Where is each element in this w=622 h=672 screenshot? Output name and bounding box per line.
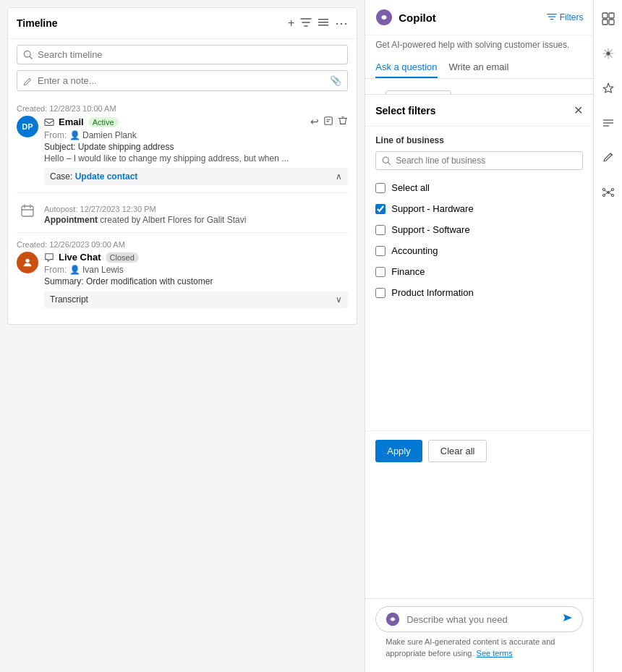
livechat-content: Live Chat Closed From: 👤 Ivan Lewis Summ… xyxy=(44,252,348,308)
case-bar[interactable]: Case: Update contact ∧ xyxy=(44,168,348,185)
email-actions: ↩ xyxy=(310,116,348,128)
filter-icon[interactable] xyxy=(300,17,312,30)
filter-option-support-hardware[interactable]: Support - Hardware xyxy=(365,198,593,219)
send-icon xyxy=(562,612,574,624)
svg-rect-21 xyxy=(609,13,614,18)
delete-icon[interactable] xyxy=(338,116,348,128)
timeline-item-livechat: Created: 12/26/2023 09:00 AM Live Chat C… xyxy=(17,233,348,315)
svg-line-34 xyxy=(610,190,612,192)
svg-rect-22 xyxy=(602,20,608,25)
filter-search-bar[interactable] xyxy=(375,151,583,170)
note-input[interactable] xyxy=(38,75,325,86)
transcript-label: Transcript xyxy=(50,294,88,305)
chevron-up-icon: ∧ xyxy=(336,171,342,182)
checkbox-support-hardware[interactable] xyxy=(375,204,385,214)
more-icon[interactable]: ⋯ xyxy=(335,15,348,31)
filters-button[interactable]: Filters xyxy=(547,12,584,22)
timeline-items: Created: 12/28/23 10:00 AM DP Email Acti… xyxy=(8,97,357,324)
svg-rect-2 xyxy=(318,25,328,26)
apply-button[interactable]: Apply xyxy=(375,440,422,462)
email-subject: Subject: Update shipping address xyxy=(44,142,348,152)
note-bar[interactable]: 📎 xyxy=(17,70,348,91)
svg-rect-23 xyxy=(609,20,614,25)
svg-point-16 xyxy=(382,15,386,20)
filter-close-button[interactable]: ✕ xyxy=(574,103,583,117)
search-timeline-input[interactable] xyxy=(38,49,341,60)
sidebar-icon-grid[interactable] xyxy=(597,7,620,30)
sidebar-icon-pen[interactable] xyxy=(597,146,620,169)
email-label: Email xyxy=(59,116,84,127)
chat-icon xyxy=(44,252,54,263)
svg-rect-1 xyxy=(318,22,328,23)
timeline-panel: Timeline + ⋯ 📎 xyxy=(0,0,365,672)
filter-option-label-select-all: Select all xyxy=(391,182,430,193)
timeline-header: Timeline + ⋯ xyxy=(8,8,357,39)
filter-option-select-all[interactable]: Select all xyxy=(365,177,593,198)
add-icon[interactable]: + xyxy=(288,17,294,30)
sidebar-icon-sparkle[interactable] xyxy=(597,42,620,65)
svg-rect-6 xyxy=(325,117,333,125)
send-button[interactable] xyxy=(562,612,574,626)
sidebar-icon-star[interactable] xyxy=(597,77,620,100)
reply-icon[interactable]: ↩ xyxy=(310,116,319,128)
tab-write-email[interactable]: Write an email xyxy=(449,57,509,78)
filter-options: Select all Support - Hardware Support - … xyxy=(365,177,593,303)
checkbox-finance[interactable] xyxy=(375,267,385,277)
svg-point-14 xyxy=(25,259,29,263)
email-badge: Active xyxy=(88,117,119,127)
note-action-icon[interactable] xyxy=(323,116,333,128)
timeline-item-email: Created: 12/28/23 10:00 AM DP Email Acti… xyxy=(17,97,348,193)
avatar-dp: DP xyxy=(17,116,38,137)
copilot-panel: Copilot Filters Get AI-powered help with… xyxy=(365,0,593,672)
filter-option-support-software[interactable]: Support - Software xyxy=(365,219,593,240)
see-terms-link[interactable]: See terms xyxy=(477,649,513,658)
filter-option-label-support-software: Support - Software xyxy=(391,224,469,235)
filter-option-product-info[interactable]: Product Information xyxy=(365,282,593,303)
livechat-meta: Created: 12/26/2023 09:00 AM xyxy=(17,240,348,249)
svg-rect-10 xyxy=(22,206,33,216)
livechat-title-row: Live Chat Closed xyxy=(44,252,348,263)
email-row: DP Email Active ↩ xyxy=(17,116,348,185)
copilot-subtext: Get AI-powered help with solving custome… xyxy=(365,35,593,54)
autopost-text: Autopost: 12/27/2023 12:30 PM Appointmen… xyxy=(44,200,246,225)
svg-point-24 xyxy=(606,52,610,56)
timeline-search-bar[interactable] xyxy=(17,45,348,64)
filter-option-label-product-info: Product Information xyxy=(391,287,473,298)
chat-input[interactable] xyxy=(406,614,556,625)
livechat-row: Live Chat Closed From: 👤 Ivan Lewis Summ… xyxy=(17,252,348,308)
chat-input-box xyxy=(375,606,583,632)
svg-line-35 xyxy=(605,193,607,195)
checkbox-support-software[interactable] xyxy=(375,225,385,235)
disclaimer-content: Make sure AI-generated content is accura… xyxy=(385,637,555,657)
clear-all-button[interactable]: Clear all xyxy=(428,440,487,462)
case-link[interactable]: Update contact xyxy=(75,171,138,182)
svg-rect-0 xyxy=(318,19,328,20)
transcript-bar[interactable]: Transcript ∨ xyxy=(44,291,348,308)
svg-point-28 xyxy=(607,191,610,194)
copilot-logo xyxy=(375,9,393,26)
livechat-badge: Closed xyxy=(106,252,139,263)
filter-search-input[interactable] xyxy=(396,156,576,166)
svg-line-36 xyxy=(610,193,612,195)
livechat-label: Live Chat xyxy=(59,252,101,263)
checkbox-product-info[interactable] xyxy=(375,288,385,298)
avatar-il xyxy=(17,252,38,273)
checkbox-select-all[interactable] xyxy=(375,183,385,193)
attach-icon[interactable]: 📎 xyxy=(330,75,341,86)
sidebar-icon-network[interactable] xyxy=(597,181,620,204)
svg-rect-20 xyxy=(602,13,608,18)
search-icon xyxy=(23,50,33,60)
filter-option-finance[interactable]: Finance xyxy=(365,261,593,282)
email-from: From: 👤 Damien Plank xyxy=(44,130,348,140)
filter-option-accounting[interactable]: Accounting xyxy=(365,240,593,261)
svg-line-18 xyxy=(388,162,390,164)
filters-label: Filters xyxy=(560,12,584,22)
tab-ask-question[interactable]: Ask a question xyxy=(375,57,437,78)
filter-actions: Apply Clear all xyxy=(365,430,593,471)
timeline-header-icons: + ⋯ xyxy=(288,15,348,31)
right-sidebar xyxy=(593,0,622,672)
list-icon[interactable] xyxy=(318,17,329,30)
sidebar-icon-lines[interactable] xyxy=(597,111,620,135)
checkbox-accounting[interactable] xyxy=(375,246,385,256)
svg-line-4 xyxy=(30,56,33,59)
